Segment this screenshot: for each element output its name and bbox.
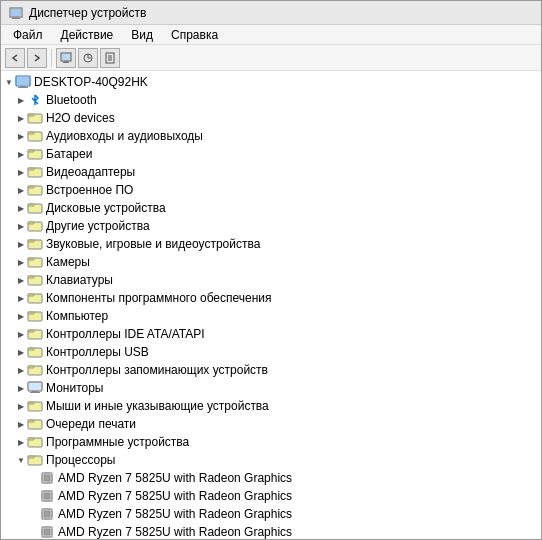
svg-rect-40 (28, 312, 34, 314)
svg-rect-6 (64, 61, 68, 62)
item-label-cpu1: AMD Ryzen 7 5825U with Radeon Graphics (58, 471, 292, 485)
svg-rect-88 (44, 511, 50, 517)
item-label-software2: Программные устройства (46, 435, 189, 449)
tree-item-camera[interactable]: ▶ Камеры (1, 253, 541, 271)
expand-btn-software2[interactable]: ▶ (15, 436, 27, 448)
tree-item-video[interactable]: ▶ Видеоадаптеры (1, 163, 541, 181)
svg-rect-52 (28, 402, 34, 404)
svg-rect-3 (12, 18, 20, 19)
forward-button[interactable] (27, 48, 47, 68)
tree-item-cpu3[interactable]: AMD Ryzen 7 5825U with Radeon Graphics (1, 505, 541, 523)
tree-item-disk[interactable]: ▶ Дисковые устройства (1, 199, 541, 217)
svg-rect-56 (28, 438, 34, 440)
svg-rect-50 (30, 392, 40, 393)
expand-btn-cpu[interactable]: ▼ (15, 454, 27, 466)
tree-item-software2[interactable]: ▶ Программные устройства (1, 433, 541, 451)
tree-item-monitors[interactable]: ▶ Мониторы (1, 379, 541, 397)
item-label-embedded: Встроенное ПО (46, 183, 133, 197)
svg-rect-16 (18, 87, 28, 88)
item-label-software: Компоненты программного обеспечения (46, 291, 272, 305)
tree-item-audio[interactable]: ▶ Аудиовходы и аудиовыходы (1, 127, 541, 145)
cpu-icon (39, 524, 55, 539)
expand-btn-monitors[interactable]: ▶ (15, 382, 27, 394)
expand-btn-video[interactable]: ▶ (15, 166, 27, 178)
expand-btn-usb[interactable]: ▶ (15, 346, 27, 358)
folder-icon (27, 236, 43, 252)
tree-item-cpu4[interactable]: AMD Ryzen 7 5825U with Radeon Graphics (1, 523, 541, 539)
tree-item-cpu1[interactable]: AMD Ryzen 7 5825U with Radeon Graphics (1, 469, 541, 487)
menu-file[interactable]: Файл (5, 27, 51, 42)
tree-item-sound[interactable]: ▶ Звуковые, игровые и видеоустройства (1, 235, 541, 253)
tree-item-battery[interactable]: ▶ Батареи (1, 145, 541, 163)
tree-item-storage[interactable]: ▶ Контроллеры запоминающих устройств (1, 361, 541, 379)
svg-rect-32 (28, 240, 34, 242)
expand-btn-bluetooth[interactable]: ▶ (15, 94, 27, 106)
svg-rect-2 (13, 17, 19, 18)
item-label-cpu3: AMD Ryzen 7 5825U with Radeon Graphics (58, 507, 292, 521)
svg-rect-7 (63, 62, 69, 63)
folder-icon (27, 254, 43, 270)
update-button[interactable] (78, 48, 98, 68)
expand-btn-battery[interactable]: ▶ (15, 148, 27, 160)
svg-rect-36 (28, 276, 34, 278)
expand-btn-disk[interactable]: ▶ (15, 202, 27, 214)
item-label-other: Другие устройства (46, 219, 150, 233)
expand-btn-camera[interactable]: ▶ (15, 256, 27, 268)
cpu-icon (39, 506, 55, 522)
tree-item-cpu2[interactable]: AMD Ryzen 7 5825U with Radeon Graphics (1, 487, 541, 505)
svg-rect-24 (28, 168, 34, 170)
tree-item-software[interactable]: ▶ Компоненты программного обеспечения (1, 289, 541, 307)
menu-help[interactable]: Справка (163, 27, 226, 42)
device-tree[interactable]: ▼ DESKTOP-40Q92HK ▶ Bluetooth▶ H2O devic… (1, 71, 541, 539)
tree-root[interactable]: ▼ DESKTOP-40Q92HK (1, 73, 541, 91)
expand-btn-audio[interactable]: ▶ (15, 130, 27, 142)
item-label-camera: Камеры (46, 255, 90, 269)
svg-rect-18 (28, 114, 34, 116)
folder-icon (27, 398, 43, 414)
expand-btn-keyboard[interactable]: ▶ (15, 274, 27, 286)
monitor-icon (27, 380, 43, 396)
cpu-icon (39, 488, 55, 504)
tree-item-ide[interactable]: ▶ Контроллеры IDE ATA/ATAPI (1, 325, 541, 343)
expand-btn-print[interactable]: ▶ (15, 418, 27, 430)
expand-btn-h2o[interactable]: ▶ (15, 112, 27, 124)
scan-button[interactable] (56, 48, 76, 68)
svg-rect-22 (28, 150, 34, 152)
tree-item-h2o[interactable]: ▶ H2O devices (1, 109, 541, 127)
tree-item-keyboard[interactable]: ▶ Клавиатуры (1, 271, 541, 289)
folder-icon (27, 128, 43, 144)
root-expand[interactable]: ▼ (3, 76, 15, 88)
back-button[interactable] (5, 48, 25, 68)
expand-btn-mice[interactable]: ▶ (15, 400, 27, 412)
menu-action[interactable]: Действие (53, 27, 122, 42)
tree-item-embedded[interactable]: ▶ Встроенное ПО (1, 181, 541, 199)
svg-rect-74 (44, 493, 50, 499)
properties-button[interactable] (100, 48, 120, 68)
root-label: DESKTOP-40Q92HK (34, 75, 148, 89)
tree-items-container: ▶ Bluetooth▶ H2O devices▶ Аудиовходы и а… (1, 91, 541, 539)
expand-btn-software[interactable]: ▶ (15, 292, 27, 304)
folder-icon (27, 434, 43, 450)
bluetooth-icon (27, 92, 43, 108)
item-label-video: Видеоадаптеры (46, 165, 135, 179)
svg-rect-14 (17, 77, 29, 85)
expand-btn-other[interactable]: ▶ (15, 220, 27, 232)
tree-item-print[interactable]: ▶ Очереди печати (1, 415, 541, 433)
folder-icon (27, 110, 43, 126)
tree-item-computer[interactable]: ▶ Компьютер (1, 307, 541, 325)
expand-btn-storage[interactable]: ▶ (15, 364, 27, 376)
svg-rect-48 (29, 383, 41, 390)
tree-item-other[interactable]: ▶ Другие устройства (1, 217, 541, 235)
expand-btn-sound[interactable]: ▶ (15, 238, 27, 250)
expand-btn-ide[interactable]: ▶ (15, 328, 27, 340)
menu-view[interactable]: Вид (123, 27, 161, 42)
svg-rect-42 (28, 330, 34, 332)
tree-item-mice[interactable]: ▶ Мыши и иные указывающие устройства (1, 397, 541, 415)
expand-btn-computer[interactable]: ▶ (15, 310, 27, 322)
tree-item-bluetooth[interactable]: ▶ Bluetooth (1, 91, 541, 109)
item-label-cpu: Процессоры (46, 453, 116, 467)
toolbar (1, 45, 541, 71)
expand-btn-embedded[interactable]: ▶ (15, 184, 27, 196)
tree-item-usb[interactable]: ▶ Контроллеры USB (1, 343, 541, 361)
tree-item-cpu[interactable]: ▼ Процессоры (1, 451, 541, 469)
